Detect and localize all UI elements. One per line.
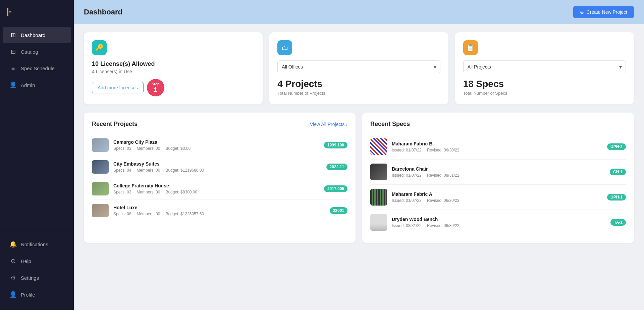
dashboard-icon: ⊞ <box>9 31 17 39</box>
offices-select-wrap: All Offices Office 1 Office 2 ▾ <box>277 60 440 73</box>
project-budget: Budget: $1219680.00 <box>165 168 204 173</box>
license-icon: 🔑 <box>92 40 107 55</box>
sidebar-nav: ⊞Dashboard⊟Catalog≡Spec Schedule👤Admin <box>0 23 74 232</box>
project-specs: Specs: 03 <box>113 146 131 151</box>
top-cards-row: 🔑 10 License(s) Allowed 4 License(s) in … <box>84 32 634 104</box>
offices-dropdown[interactable]: All Offices Office 1 Office 2 <box>277 60 440 73</box>
sidebar-item-profile[interactable]: 👤Profile <box>3 286 71 303</box>
project-badge: 2017.005 <box>324 185 347 192</box>
offices-icon: 🗂 <box>277 40 292 55</box>
project-members: Members: 00 <box>137 168 160 173</box>
spec-meta: Issued: 01/07/22 Revised: 06/30/22 <box>392 198 602 203</box>
licenses-in-use-text: 4 License(s) in Use <box>92 69 255 74</box>
sidebar-label-admin: Admin <box>21 82 35 88</box>
project-specs: Specs: 03 <box>113 190 131 194</box>
projects-count: 4 Projects <box>277 79 440 89</box>
notifications-icon: 🔔 <box>9 240 17 248</box>
spec-info: Maharam Fabric B Issued: 01/07/22 Revise… <box>392 141 602 152</box>
create-project-button[interactable]: ⊕ Create New Project <box>573 6 634 18</box>
specs-card: 📋 All Projects Project 1 Project 2 ▾ 18 … <box>455 32 634 104</box>
plus-icon: ⊕ <box>580 9 584 15</box>
project-meta: Specs: 03 Members: 00 Budget: $0.00 <box>113 146 319 151</box>
recent-projects-title: Recent Projects <box>92 121 138 128</box>
spec-name: Maharam Fabric A <box>392 191 602 197</box>
recent-specs-panel: Recent Specs Maharam Fabric B Issued: 01… <box>362 113 634 243</box>
spec-meta: Issued: 01/07/22 Revised: 06/30/22 <box>392 148 602 152</box>
spec-revised: Revised: 06/30/22 <box>427 223 460 228</box>
add-licenses-wrap: Add more Licenses Step 1 <box>92 79 255 96</box>
sidebar: |- ⊞Dashboard⊟Catalog≡Spec Schedule👤Admi… <box>0 0 74 310</box>
spec-badge: UPH-2 <box>607 143 626 150</box>
list-item[interactable]: Barcelona Chair Issued: 01/07/22 Revised… <box>370 160 626 185</box>
project-badge: 22001 <box>330 207 347 214</box>
sidebar-item-spec-schedule[interactable]: ≡Spec Schedule <box>3 60 71 76</box>
recent-specs-title: Recent Specs <box>370 121 410 128</box>
project-budget: Budget: $0.00 <box>165 146 191 151</box>
sidebar-label-settings: Settings <box>21 275 39 281</box>
settings-icon: ⚙ <box>9 274 17 281</box>
project-thumbnail <box>92 182 109 195</box>
spec-thumbnail <box>370 189 387 206</box>
sidebar-logo: |- <box>0 0 74 23</box>
spec-schedule-icon: ≡ <box>9 65 17 72</box>
step-badge: Step 1 <box>147 79 164 96</box>
main-area: Dashboard ⊕ Create New Project 🔑 10 Lice… <box>74 0 644 310</box>
spec-list: Maharam Fabric B Issued: 01/07/22 Revise… <box>370 134 626 235</box>
project-meta: Specs: 04 Members: 00 Budget: $1219680.0… <box>113 168 322 173</box>
sidebar-label-profile: Profile <box>21 292 35 298</box>
spec-issued: Issued: 08/31/22 <box>392 223 422 228</box>
table-row[interactable]: Camargo City Plaza Specs: 03 Members: 00… <box>92 134 347 156</box>
sidebar-item-catalog[interactable]: ⊟Catalog <box>3 44 71 60</box>
project-thumbnail <box>92 138 109 152</box>
table-row[interactable]: Hotel Luxe Specs: 08 Members: 00 Budget:… <box>92 200 347 221</box>
add-licenses-button[interactable]: Add more Licenses <box>92 82 144 93</box>
project-thumbnail <box>92 160 109 174</box>
spec-thumbnail <box>370 164 387 180</box>
help-icon: ⊙ <box>9 257 17 265</box>
project-specs: Specs: 04 <box>113 168 131 173</box>
spec-meta: Issued: 01/07/22 Revised: 08/31/22 <box>392 173 605 178</box>
sidebar-item-settings[interactable]: ⚙Settings <box>3 270 71 286</box>
sidebar-item-notifications[interactable]: 🔔Notifications <box>3 236 71 252</box>
create-project-label: Create New Project <box>587 9 627 15</box>
project-specs: Specs: 08 <box>113 212 131 216</box>
licenses-allowed-text: 10 License(s) Allowed <box>92 60 255 68</box>
project-info: Hotel Luxe Specs: 08 Members: 00 Budget:… <box>113 205 325 216</box>
sidebar-label-catalog: Catalog <box>21 49 38 55</box>
spec-revised: Revised: 06/30/22 <box>427 198 460 203</box>
sidebar-item-admin[interactable]: 👤Admin <box>3 77 71 93</box>
list-item[interactable]: Maharam Fabric A Issued: 01/07/22 Revise… <box>370 185 626 210</box>
specs-panel-header: Recent Specs <box>370 121 626 128</box>
sidebar-item-help[interactable]: ⊙Help <box>3 253 71 269</box>
list-item[interactable]: Dryden Wood Bench Issued: 08/31/22 Revis… <box>370 210 626 235</box>
spec-meta: Issued: 08/31/22 Revised: 06/30/22 <box>392 223 606 228</box>
project-info: Camargo City Plaza Specs: 03 Members: 00… <box>113 139 319 151</box>
project-budget: Budget: $1226057.50 <box>165 212 204 216</box>
spec-issued: Issued: 01/07/22 <box>392 148 422 152</box>
project-name: College Fraternity House <box>113 183 319 188</box>
specs-label: Total Number of Specs <box>463 91 626 96</box>
list-item[interactable]: Maharam Fabric B Issued: 01/07/22 Revise… <box>370 134 626 160</box>
project-badge: 2022.11 <box>326 164 347 170</box>
step-label: Step <box>152 82 160 86</box>
project-meta: Specs: 08 Members: 00 Budget: $1226057.5… <box>113 212 325 216</box>
table-row[interactable]: City Embassy Suites Specs: 04 Members: 0… <box>92 156 347 178</box>
spec-revised: Revised: 06/30/22 <box>427 148 460 152</box>
project-info: College Fraternity House Specs: 03 Membe… <box>113 183 319 194</box>
spec-info: Barcelona Chair Issued: 01/07/22 Revised… <box>392 166 605 178</box>
project-list: Camargo City Plaza Specs: 03 Members: 00… <box>92 134 347 221</box>
specs-dropdown[interactable]: All Projects Project 1 Project 2 <box>463 60 626 73</box>
project-name: Camargo City Plaza <box>113 139 319 145</box>
spec-name: Dryden Wood Bench <box>392 217 606 222</box>
license-card: 🔑 10 License(s) Allowed 4 License(s) in … <box>84 32 263 104</box>
chevron-right-icon: › <box>346 122 347 127</box>
sidebar-label-dashboard: Dashboard <box>21 32 45 38</box>
view-all-projects-link[interactable]: View All Projects › <box>310 122 347 127</box>
project-members: Members: 00 <box>137 146 160 151</box>
catalog-icon: ⊟ <box>9 48 17 55</box>
spec-thumbnail <box>370 138 387 155</box>
table-row[interactable]: College Fraternity House Specs: 03 Membe… <box>92 178 347 200</box>
sidebar-item-dashboard[interactable]: ⊞Dashboard <box>3 27 71 43</box>
sidebar-label-notifications: Notifications <box>21 241 48 247</box>
project-name: Hotel Luxe <box>113 205 325 210</box>
